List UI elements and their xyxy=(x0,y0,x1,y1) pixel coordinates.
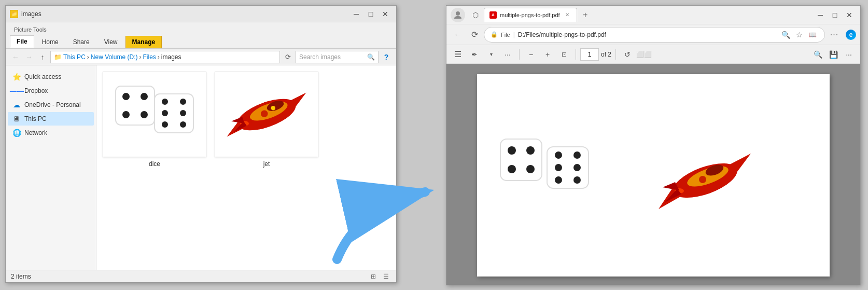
pdf-more-tools[interactable]: ··· xyxy=(500,47,515,62)
browser-extensions-button[interactable]: ⬡ xyxy=(468,8,483,22)
maximize-button[interactable]: □ xyxy=(364,8,377,20)
pdf-search-button[interactable]: 🔍 xyxy=(810,47,825,62)
breadcrumb-this-pc[interactable]: 📁 This PC xyxy=(54,53,86,61)
sidebar-item-network[interactable]: 🌐 Network xyxy=(8,126,94,140)
address-path: D:/Files/multiple-pngs-to-pdf.pdf xyxy=(518,31,606,38)
sidebar-item-this-pc[interactable]: 🖥 This PC xyxy=(8,112,94,126)
pdf-zoom-in-button[interactable]: + xyxy=(540,47,555,62)
zoom-out-btn[interactable]: 🔍 xyxy=(780,29,791,40)
pdf-page-input[interactable] xyxy=(580,48,599,61)
file-item-dice[interactable]: dice xyxy=(103,72,206,168)
svg-point-18 xyxy=(261,110,268,117)
pdf-page-info: of 2 xyxy=(601,51,611,58)
sidebar-label-quick-access: Quick access xyxy=(24,73,61,80)
close-button[interactable]: ✕ xyxy=(379,8,392,20)
status-bar: 2 items ⊞ ☰ xyxy=(6,270,396,282)
file-item-jet[interactable]: jet xyxy=(215,72,318,168)
address-file-label: File xyxy=(501,32,510,38)
breadcrumb-files[interactable]: Files xyxy=(143,53,156,61)
sidebar-item-dropbox[interactable]: ⸻⸻ Dropbox xyxy=(8,84,94,98)
svg-rect-24 xyxy=(500,139,542,181)
pdf-two-page-button[interactable]: ⬜⬜ xyxy=(637,47,651,62)
browser-minimize-button[interactable]: ─ xyxy=(814,9,827,21)
dice-image xyxy=(110,78,199,151)
minimize-button[interactable]: ─ xyxy=(349,8,363,20)
browser-close-button[interactable]: ✕ xyxy=(843,9,856,21)
breadcrumb-bar[interactable]: 📁 This PC › New Volume (D:) › Files › im… xyxy=(50,51,280,63)
back-button[interactable]: ← xyxy=(10,51,21,63)
file-name-jet: jet xyxy=(263,160,270,168)
status-bar-right: ⊞ ☰ xyxy=(368,272,391,281)
sidebar: ⭐ Quick access ⸻⸻ Dropbox ☁ OneDrive - P… xyxy=(6,65,96,270)
tab-home[interactable]: Home xyxy=(35,36,65,48)
jet-image xyxy=(222,78,311,151)
browser-maximize-button[interactable]: □ xyxy=(828,9,842,21)
svg-point-28 xyxy=(526,165,535,173)
tab-manage[interactable]: Manage xyxy=(125,36,162,48)
pdf-rotate-button[interactable]: ↺ xyxy=(620,47,635,62)
tab-view[interactable]: View xyxy=(97,36,124,48)
this-pc-icon: 🖥 xyxy=(12,114,21,123)
svg-point-19 xyxy=(271,106,276,111)
network-icon: 🌐 xyxy=(12,128,21,137)
pdf-zoom-out-button[interactable]: − xyxy=(524,47,538,62)
explorer-window: 📁 images ─ □ ✕ Picture Tools File Home S… xyxy=(5,5,397,283)
forward-button[interactable]: → xyxy=(23,51,35,63)
svg-point-25 xyxy=(508,146,516,155)
pdf-draw-dropdown[interactable]: ▾ xyxy=(484,47,498,62)
browser-refresh-button[interactable]: ⟳ xyxy=(467,27,482,42)
address-actions: 🔍 ☆ 📖 xyxy=(780,29,818,40)
tab-share[interactable]: Share xyxy=(66,36,96,48)
browser-window: ⬡ A multiple-pngs-to-pdf.pdf ✕ + ─ □ ✕ ←… xyxy=(446,5,861,285)
svg-point-10 xyxy=(162,121,168,128)
browser-back-button[interactable]: ← xyxy=(451,27,465,42)
file-thumb-dice xyxy=(103,72,206,157)
svg-point-31 xyxy=(573,151,581,159)
search-icon: 🔍 xyxy=(367,53,375,61)
svg-point-23 xyxy=(456,11,460,16)
search-bar[interactable]: Search images 🔍 xyxy=(296,51,379,63)
sidebar-item-onedrive[interactable]: ☁ OneDrive - Personal xyxy=(8,98,94,112)
pdf-draw-button[interactable]: ✒ xyxy=(467,47,482,62)
pdf-favicon: A xyxy=(489,11,497,19)
refresh-button[interactable]: ⟳ xyxy=(282,51,293,63)
pdf-save-button[interactable]: 💾 xyxy=(826,47,841,62)
svg-point-6 xyxy=(162,99,168,105)
status-label: items xyxy=(16,273,31,280)
sidebar-item-quick-access[interactable]: ⭐ Quick access xyxy=(8,70,94,84)
pdf-fit-button[interactable]: ⊡ xyxy=(557,47,571,62)
ribbon-tabs: File Home Share View Manage xyxy=(6,34,396,48)
file-name-dice: dice xyxy=(149,160,160,168)
new-tab-button[interactable]: + xyxy=(578,8,593,22)
favorites-btn[interactable]: ☆ xyxy=(793,29,805,40)
up-button[interactable]: ↑ xyxy=(37,51,48,63)
pdf-toc-button[interactable]: ☰ xyxy=(451,47,465,62)
sidebar-label-this-pc: This PC xyxy=(24,115,47,122)
svg-point-11 xyxy=(180,121,186,128)
browser-tab-pdf[interactable]: A multiple-pngs-to-pdf.pdf ✕ xyxy=(484,8,577,22)
help-button[interactable]: ? xyxy=(381,51,392,63)
file-area: dice xyxy=(96,65,396,270)
address-divider: | xyxy=(513,31,515,38)
explorer-title-bar: 📁 images ─ □ ✕ xyxy=(6,6,396,22)
breadcrumb-volume[interactable]: New Volume (D:) xyxy=(91,53,138,61)
browser-profile-icon xyxy=(451,8,465,22)
sidebar-label-dropbox: Dropbox xyxy=(24,87,48,94)
svg-point-26 xyxy=(526,146,535,155)
pdf-toolbar-sep-1 xyxy=(519,49,520,60)
tab-file[interactable]: File xyxy=(10,35,34,48)
reading-view-btn[interactable]: 📖 xyxy=(807,29,818,40)
grid-view-button[interactable]: ⊞ xyxy=(368,272,379,281)
browser-tabs-area: ⬡ A multiple-pngs-to-pdf.pdf ✕ + xyxy=(468,8,810,22)
browser-more-btn[interactable]: ··· xyxy=(827,27,842,42)
status-count: 2 xyxy=(11,273,15,280)
browser-nav-bar: ← ⟳ 🔒 File | D:/Files/multiple-pngs-to-p… xyxy=(446,24,860,45)
pdf-print-button[interactable]: ··· xyxy=(842,47,856,62)
browser-address-bar[interactable]: 🔒 File | D:/Files/multiple-pngs-to-pdf.p… xyxy=(484,27,825,43)
profile-svg xyxy=(453,10,463,20)
pdf-dice-image xyxy=(498,129,612,222)
browser-tab-close-button[interactable]: ✕ xyxy=(563,11,571,19)
quick-access-icon: ⭐ xyxy=(12,72,21,81)
browser-nav-extra: ··· xyxy=(827,27,842,42)
list-view-button[interactable]: ☰ xyxy=(381,272,391,281)
